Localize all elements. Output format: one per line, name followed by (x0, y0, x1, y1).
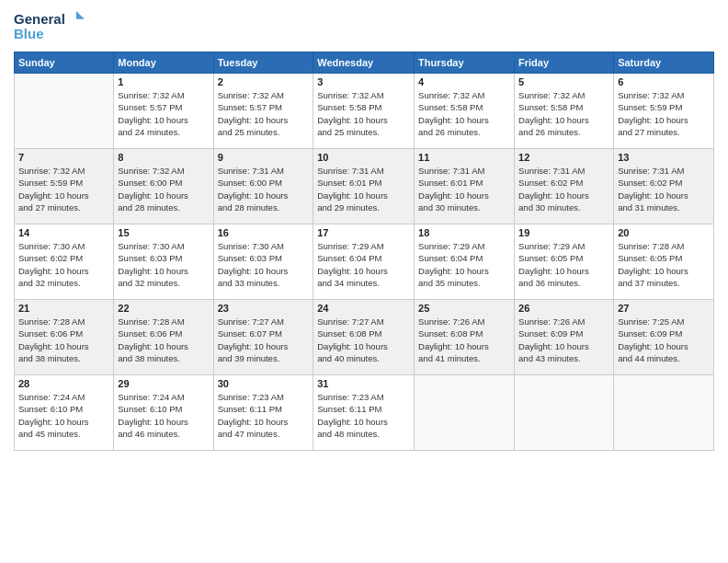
header: General Blue (14, 9, 714, 46)
calendar-week-row: 1Sunrise: 7:32 AMSunset: 5:57 PMDaylight… (15, 74, 714, 149)
day-number: 20 (618, 227, 710, 238)
calendar-cell: 17Sunrise: 7:29 AMSunset: 6:04 PMDayligh… (313, 224, 415, 300)
day-number: 28 (18, 378, 109, 389)
calendar-cell: 29Sunrise: 7:24 AMSunset: 6:10 PMDayligh… (114, 375, 213, 451)
day-number: 19 (518, 227, 609, 238)
day-number: 25 (418, 303, 510, 314)
day-sun-info: Sunrise: 7:31 AMSunset: 6:02 PMDaylight:… (618, 165, 710, 213)
day-number: 15 (118, 227, 209, 238)
day-sun-info: Sunrise: 7:30 AMSunset: 6:02 PMDaylight:… (18, 240, 109, 289)
calendar-cell: 26Sunrise: 7:26 AMSunset: 6:09 PMDayligh… (515, 300, 614, 375)
weekday-header-wednesday: Wednesday (313, 52, 415, 74)
day-sun-info: Sunrise: 7:24 AMSunset: 6:10 PMDaylight:… (118, 391, 209, 440)
day-sun-info: Sunrise: 7:29 AMSunset: 6:04 PMDaylight:… (317, 240, 410, 289)
calendar-cell: 12Sunrise: 7:31 AMSunset: 6:02 PMDayligh… (515, 149, 614, 224)
calendar-cell (515, 375, 614, 451)
day-sun-info: Sunrise: 7:32 AMSunset: 5:59 PMDaylight:… (618, 89, 710, 138)
calendar-cell: 13Sunrise: 7:31 AMSunset: 6:02 PMDayligh… (614, 149, 714, 224)
day-sun-info: Sunrise: 7:31 AMSunset: 6:01 PMDaylight:… (418, 165, 510, 213)
day-number: 16 (218, 227, 310, 238)
calendar-cell: 9Sunrise: 7:31 AMSunset: 6:00 PMDaylight… (213, 149, 313, 224)
calendar-cell: 18Sunrise: 7:29 AMSunset: 6:04 PMDayligh… (415, 224, 515, 300)
day-sun-info: Sunrise: 7:31 AMSunset: 6:00 PMDaylight:… (218, 165, 310, 213)
day-sun-info: Sunrise: 7:23 AMSunset: 6:11 PMDaylight:… (317, 391, 410, 440)
calendar-table: SundayMondayTuesdayWednesdayThursdayFrid… (14, 52, 714, 451)
day-number: 18 (418, 227, 510, 238)
weekday-header-row: SundayMondayTuesdayWednesdayThursdayFrid… (15, 52, 714, 74)
day-sun-info: Sunrise: 7:31 AMSunset: 6:02 PMDaylight:… (518, 165, 609, 213)
day-sun-info: Sunrise: 7:30 AMSunset: 6:03 PMDaylight:… (218, 240, 310, 289)
day-number: 11 (418, 152, 510, 163)
day-sun-info: Sunrise: 7:28 AMSunset: 6:06 PMDaylight:… (18, 316, 109, 364)
day-sun-info: Sunrise: 7:23 AMSunset: 6:11 PMDaylight:… (218, 391, 310, 440)
calendar-cell: 14Sunrise: 7:30 AMSunset: 6:02 PMDayligh… (15, 224, 114, 300)
calendar-week-row: 28Sunrise: 7:24 AMSunset: 6:10 PMDayligh… (15, 375, 714, 451)
day-sun-info: Sunrise: 7:25 AMSunset: 6:09 PMDaylight:… (618, 316, 710, 364)
day-sun-info: Sunrise: 7:32 AMSunset: 6:00 PMDaylight:… (118, 165, 209, 213)
calendar-cell: 23Sunrise: 7:27 AMSunset: 6:07 PMDayligh… (213, 300, 313, 375)
logo: General Blue (14, 9, 87, 46)
calendar-week-row: 14Sunrise: 7:30 AMSunset: 6:02 PMDayligh… (15, 224, 714, 300)
calendar-cell: 1Sunrise: 7:32 AMSunset: 5:57 PMDaylight… (114, 74, 213, 149)
calendar-cell: 22Sunrise: 7:28 AMSunset: 6:06 PMDayligh… (114, 300, 213, 375)
calendar-cell (614, 375, 714, 451)
calendar-week-row: 7Sunrise: 7:32 AMSunset: 5:59 PMDaylight… (15, 149, 714, 224)
day-number: 2 (218, 76, 310, 87)
day-sun-info: Sunrise: 7:32 AMSunset: 5:58 PMDaylight:… (418, 89, 510, 138)
day-number: 23 (218, 303, 310, 314)
day-sun-info: Sunrise: 7:32 AMSunset: 5:58 PMDaylight:… (518, 89, 609, 138)
day-number: 31 (317, 378, 410, 389)
calendar-cell: 25Sunrise: 7:26 AMSunset: 6:08 PMDayligh… (415, 300, 515, 375)
day-number: 30 (218, 378, 310, 389)
calendar-cell: 27Sunrise: 7:25 AMSunset: 6:09 PMDayligh… (614, 300, 714, 375)
day-number: 29 (118, 378, 209, 389)
day-sun-info: Sunrise: 7:30 AMSunset: 6:03 PMDaylight:… (118, 240, 209, 289)
day-number: 17 (317, 227, 410, 238)
day-sun-info: Sunrise: 7:31 AMSunset: 6:01 PMDaylight:… (317, 165, 410, 213)
day-number: 10 (317, 152, 410, 163)
generalblue-logo: General Blue (14, 9, 87, 46)
day-sun-info: Sunrise: 7:24 AMSunset: 6:10 PMDaylight:… (18, 391, 109, 440)
calendar-cell: 30Sunrise: 7:23 AMSunset: 6:11 PMDayligh… (213, 375, 313, 451)
day-number: 7 (18, 152, 109, 163)
day-sun-info: Sunrise: 7:27 AMSunset: 6:08 PMDaylight:… (317, 316, 410, 364)
calendar-cell (415, 375, 515, 451)
day-number: 14 (18, 227, 109, 238)
calendar-cell: 7Sunrise: 7:32 AMSunset: 5:59 PMDaylight… (15, 149, 114, 224)
day-sun-info: Sunrise: 7:32 AMSunset: 5:57 PMDaylight:… (118, 89, 209, 138)
calendar-cell: 4Sunrise: 7:32 AMSunset: 5:58 PMDaylight… (415, 74, 515, 149)
weekday-header-saturday: Saturday (614, 52, 714, 74)
day-number: 4 (418, 76, 510, 87)
calendar-cell: 24Sunrise: 7:27 AMSunset: 6:08 PMDayligh… (313, 300, 415, 375)
day-sun-info: Sunrise: 7:28 AMSunset: 6:06 PMDaylight:… (118, 316, 209, 364)
day-number: 24 (317, 303, 410, 314)
day-sun-info: Sunrise: 7:32 AMSunset: 5:58 PMDaylight:… (317, 89, 410, 138)
calendar-cell: 28Sunrise: 7:24 AMSunset: 6:10 PMDayligh… (15, 375, 114, 451)
calendar-cell: 11Sunrise: 7:31 AMSunset: 6:01 PMDayligh… (415, 149, 515, 224)
calendar-cell: 19Sunrise: 7:29 AMSunset: 6:05 PMDayligh… (515, 224, 614, 300)
day-number: 13 (618, 152, 710, 163)
day-number: 26 (518, 303, 609, 314)
calendar-cell: 2Sunrise: 7:32 AMSunset: 5:57 PMDaylight… (213, 74, 313, 149)
calendar-cell: 21Sunrise: 7:28 AMSunset: 6:06 PMDayligh… (15, 300, 114, 375)
calendar-cell: 6Sunrise: 7:32 AMSunset: 5:59 PMDaylight… (614, 74, 714, 149)
calendar-cell: 5Sunrise: 7:32 AMSunset: 5:58 PMDaylight… (515, 74, 614, 149)
weekday-header-friday: Friday (515, 52, 614, 74)
calendar-cell: 31Sunrise: 7:23 AMSunset: 6:11 PMDayligh… (313, 375, 415, 451)
calendar-cell (15, 74, 114, 149)
day-number: 5 (518, 76, 609, 87)
day-number: 12 (518, 152, 609, 163)
weekday-header-sunday: Sunday (15, 52, 114, 74)
day-number: 3 (317, 76, 410, 87)
calendar-cell: 3Sunrise: 7:32 AMSunset: 5:58 PMDaylight… (313, 74, 415, 149)
weekday-header-thursday: Thursday (415, 52, 515, 74)
calendar-week-row: 21Sunrise: 7:28 AMSunset: 6:06 PMDayligh… (15, 300, 714, 375)
svg-text:General: General (14, 11, 65, 27)
weekday-header-monday: Monday (114, 52, 213, 74)
day-sun-info: Sunrise: 7:27 AMSunset: 6:07 PMDaylight:… (218, 316, 310, 364)
svg-marker-2 (76, 11, 84, 18)
day-number: 8 (118, 152, 209, 163)
day-sun-info: Sunrise: 7:32 AMSunset: 5:59 PMDaylight:… (18, 165, 109, 213)
svg-text:Blue: Blue (14, 26, 44, 41)
day-number: 21 (18, 303, 109, 314)
